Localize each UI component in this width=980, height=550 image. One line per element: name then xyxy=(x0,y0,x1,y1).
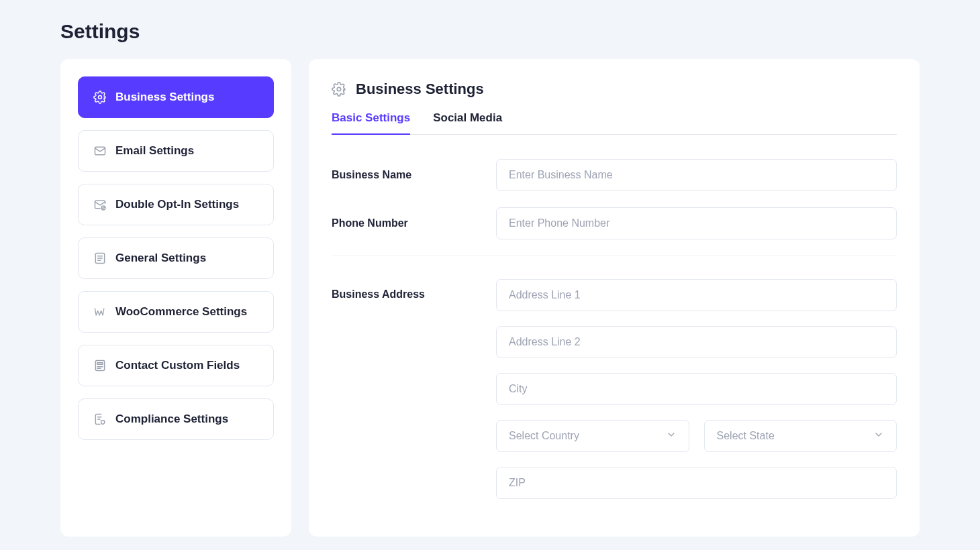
sidebar-item-label: Contact Custom Fields xyxy=(115,359,240,372)
country-select-placeholder: Select Country xyxy=(509,430,579,442)
phone-number-input[interactable] xyxy=(496,207,897,239)
sidebar-item-label: Email Settings xyxy=(115,144,194,158)
zip-input[interactable] xyxy=(496,467,897,499)
sidebar-item-general-settings[interactable]: General Settings xyxy=(78,237,274,279)
state-select-placeholder: Select State xyxy=(717,430,775,442)
tab-social-media[interactable]: Social Media xyxy=(433,111,502,134)
main-panel: Business Settings Basic Settings Social … xyxy=(309,59,920,537)
business-name-input[interactable] xyxy=(496,159,897,191)
sidebar-item-email-settings[interactable]: Email Settings xyxy=(78,130,274,172)
sidebar-item-label: Double Opt-In Settings xyxy=(115,198,239,211)
svg-point-6 xyxy=(337,87,341,91)
address-line-1-input[interactable] xyxy=(496,279,897,311)
panel-title: Business Settings xyxy=(356,80,484,98)
sidebar-item-business-settings[interactable]: Business Settings xyxy=(78,76,274,118)
label-business-address: Business Address xyxy=(332,279,496,300)
svg-point-0 xyxy=(99,96,102,99)
settings-sidebar: Business Settings Email Settings Double … xyxy=(60,59,291,537)
mail-icon xyxy=(93,144,107,158)
form-fields-icon xyxy=(93,359,107,372)
sidebar-item-label: Compliance Settings xyxy=(115,412,228,426)
document-lines-icon xyxy=(93,252,107,265)
label-business-name: Business Name xyxy=(332,169,496,181)
page-title: Settings xyxy=(60,20,920,43)
gear-icon xyxy=(332,82,346,97)
sidebar-item-label: Business Settings xyxy=(115,91,214,104)
label-phone-number: Phone Number xyxy=(332,217,496,229)
gear-icon xyxy=(93,91,107,104)
settings-tabs: Basic Settings Social Media xyxy=(332,111,897,135)
sidebar-item-label: General Settings xyxy=(115,252,206,265)
chevron-down-icon xyxy=(666,429,677,443)
svg-rect-5 xyxy=(97,363,103,365)
sidebar-item-compliance-settings[interactable]: Compliance Settings xyxy=(78,398,274,440)
tab-basic-settings[interactable]: Basic Settings xyxy=(332,111,410,134)
sidebar-item-contact-custom-fields[interactable]: Contact Custom Fields xyxy=(78,345,274,386)
country-select[interactable]: Select Country xyxy=(496,420,689,452)
mail-check-icon xyxy=(93,198,107,211)
section-divider xyxy=(332,256,897,256)
document-shield-icon xyxy=(93,412,107,426)
sidebar-item-double-opt-in[interactable]: Double Opt-In Settings xyxy=(78,184,274,225)
state-select[interactable]: Select State xyxy=(704,420,897,452)
city-input[interactable] xyxy=(496,373,897,405)
sidebar-item-label: WooCommerce Settings xyxy=(115,305,247,319)
chevron-down-icon xyxy=(873,429,884,443)
address-line-2-input[interactable] xyxy=(496,326,897,358)
woocommerce-icon xyxy=(93,305,107,319)
svg-rect-4 xyxy=(95,361,104,371)
sidebar-item-woocommerce-settings[interactable]: WooCommerce Settings xyxy=(78,291,274,333)
